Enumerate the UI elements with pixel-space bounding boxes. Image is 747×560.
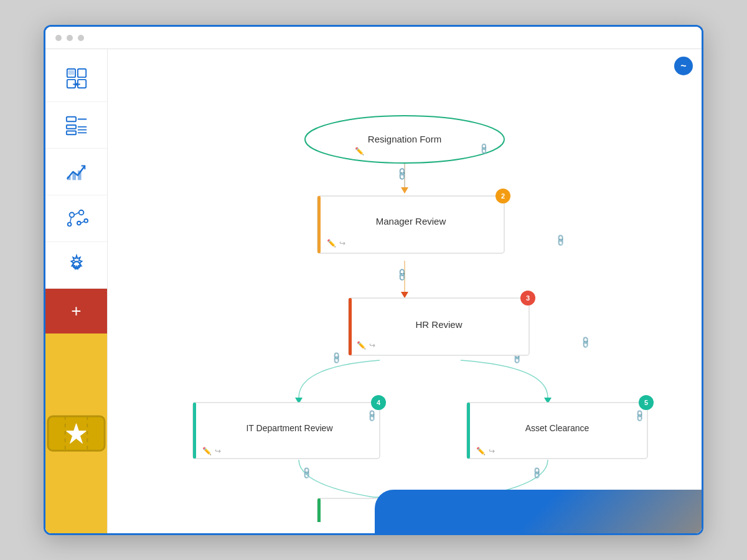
- svg-line-23: [70, 217, 71, 223]
- sidebar-item-analytics[interactable]: [45, 195, 107, 242]
- svg-text:3: 3: [526, 294, 530, 302]
- svg-text:✏️: ✏️: [355, 146, 364, 156]
- settings-icon: [65, 253, 88, 277]
- sidebar-item-reports[interactable]: [45, 149, 107, 195]
- svg-marker-30: [401, 187, 408, 194]
- main-content: ~ 🔗 🔗 🔗: [108, 49, 702, 533]
- browser-window: + ~: [44, 25, 703, 535]
- svg-rect-14: [67, 177, 70, 180]
- svg-rect-46: [317, 196, 321, 253]
- dashboard-icon: [65, 67, 88, 90]
- browser-titlebar: [45, 27, 702, 49]
- svg-text:4: 4: [377, 399, 381, 406]
- svg-text:Asset Clearance: Asset Clearance: [525, 423, 590, 433]
- svg-text:IT Department Review: IT Department Review: [246, 423, 333, 433]
- svg-rect-1: [77, 69, 85, 77]
- svg-text:↪: ↪: [489, 447, 495, 455]
- svg-text:🔗: 🔗: [530, 465, 545, 480]
- svg-text:5: 5: [644, 399, 648, 406]
- svg-point-21: [84, 219, 88, 223]
- svg-rect-16: [77, 170, 81, 180]
- window-dot-3: [78, 35, 84, 41]
- reports-icon: [65, 160, 88, 184]
- svg-text:↪: ↪: [215, 447, 221, 455]
- svg-rect-9: [66, 131, 75, 135]
- svg-text:🔗: 🔗: [395, 166, 410, 182]
- window-dot-1: [55, 35, 62, 41]
- svg-text:✏️: ✏️: [327, 238, 336, 248]
- svg-text:🔗: 🔗: [299, 465, 314, 480]
- window-dot-2: [67, 35, 73, 41]
- svg-rect-78: [317, 498, 321, 522]
- svg-text:✏️: ✏️: [357, 340, 366, 350]
- svg-text:✏️: ✏️: [202, 446, 212, 455]
- ticket-icon: [45, 411, 107, 455]
- svg-text:🔗: 🔗: [578, 335, 593, 350]
- sidebar-ticket-button[interactable]: [45, 334, 107, 533]
- svg-text:✏️: ✏️: [476, 446, 486, 455]
- analytics-icon: [65, 207, 88, 230]
- svg-text:2: 2: [501, 192, 505, 200]
- svg-text:Manager Review: Manager Review: [376, 216, 446, 226]
- svg-text:HR Review: HR Review: [415, 319, 462, 330]
- add-icon: +: [71, 302, 81, 320]
- svg-line-22: [74, 213, 79, 215]
- svg-line-24: [80, 222, 84, 223]
- workflow-diagram: 🔗 🔗 🔗 🔗 🔗 🔗: [112, 49, 697, 522]
- svg-text:Resignation Form: Resignation Form: [368, 134, 441, 144]
- svg-rect-70: [467, 403, 470, 459]
- sidebar-item-dashboard[interactable]: [45, 55, 107, 102]
- bottom-decoration: [375, 490, 702, 533]
- svg-text:↪: ↪: [339, 239, 345, 248]
- svg-rect-62: [193, 403, 196, 459]
- svg-text:🔗: 🔗: [329, 350, 344, 365]
- svg-point-18: [78, 210, 83, 215]
- svg-point-20: [77, 222, 80, 225]
- svg-point-17: [69, 213, 74, 218]
- browser-body: + ~: [45, 49, 702, 533]
- svg-rect-54: [349, 298, 352, 355]
- notification-symbol: ~: [680, 60, 686, 72]
- svg-rect-4: [68, 70, 74, 75]
- sidebar-add-button[interactable]: +: [45, 289, 107, 334]
- notification-icon[interactable]: ~: [674, 57, 693, 75]
- svg-marker-33: [401, 292, 408, 298]
- svg-text:🔗: 🔗: [553, 233, 568, 248]
- svg-rect-15: [72, 173, 76, 180]
- svg-rect-8: [66, 125, 75, 129]
- svg-text:🔗: 🔗: [395, 267, 410, 282]
- sidebar: +: [45, 49, 108, 533]
- svg-text:↪: ↪: [369, 341, 375, 350]
- svg-rect-7: [66, 117, 75, 122]
- sidebar-item-settings[interactable]: [45, 242, 107, 289]
- svg-point-19: [67, 223, 71, 226]
- workflow-icon: [65, 113, 88, 137]
- sidebar-item-workflow[interactable]: [45, 102, 107, 149]
